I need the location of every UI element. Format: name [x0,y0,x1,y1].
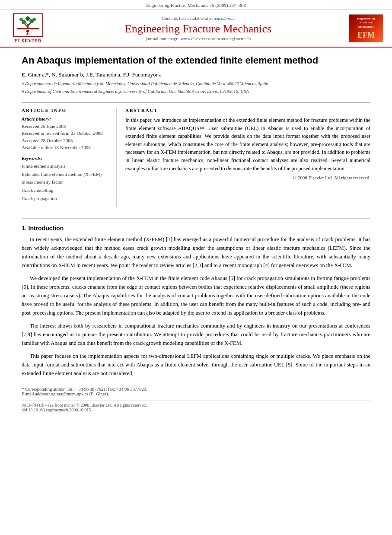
journal-thumbnail: EngineeringFractureMechanics EFM [349,14,383,42]
keywords-label: Keywords: [22,156,110,161]
footnotes: * Corresponding author. Tel.: +34 96 387… [22,384,370,396]
article-info-abstract: ARTICLE INFO Article history: Received 2… [22,102,370,212]
authors: E. Giner a,*, N. Sukumar b, J.E. Tarancó… [22,71,370,78]
elsevier-logo: ELSEVIER [9,13,48,43]
intro-para2: We developed the present implementation … [22,274,370,317]
article-history: Article history: Received 25 June 2008 R… [22,116,110,151]
keyword-item: Finite element analysis [22,162,110,170]
main-content: An Abaqus implementation of the extended… [0,48,392,421]
email-address: E-mail address: eginer@mcm.upv.es (E. Gi… [22,392,370,396]
svg-point-10 [25,16,30,21]
issn-line: 0013-7944/$ – see front matter © 2008 El… [22,403,370,408]
footer-info: 0013-7944/$ – see front matter © 2008 El… [22,401,370,412]
journal-title: Engineering Fracture Mechanics [48,22,349,35]
journal-citation: Engineering Fracture Mechanics 76 (2009)… [0,0,392,10]
journal-homepage: journal homepage: www.elsevier.com/locat… [48,36,349,41]
introduction-heading: 1. Introduction [22,225,370,232]
intro-para1: In recent years, the extended finite ele… [22,235,370,270]
section-number: 1. Introduction [22,225,64,232]
article-info-column: ARTICLE INFO Article history: Received 2… [22,108,117,207]
keyword-item: Crack propagation [22,194,110,203]
journal-center: Contents lists available at ScienceDirec… [48,16,349,41]
corresponding-author: * Corresponding author. Tel.: +34 96 387… [22,387,370,392]
copyright-line: © 2008 Elsevier Ltd. All rights reserved… [125,175,370,180]
elsevier-logo-box [13,13,43,37]
doi-line: doi:10.1016/j.engfracmech.2008.10.015 [22,408,370,412]
keyword-item: Extended finite element method (X-FEM) [22,170,110,178]
keywords-block: Keywords: Finite element analysisExtende… [22,156,110,202]
svg-point-9 [32,18,36,21]
abstract-text: In this paper, we introduce an implement… [125,116,370,172]
revised-date: Received in revised form 23 October 2008 [22,130,110,137]
abstract-label: ABSTRACT [125,108,370,113]
received-date: Received 25 June 2008 [22,123,110,130]
affiliation-b: b Department of Civil and Environmental … [22,89,370,95]
article-info-label: ARTICLE INFO [22,108,110,113]
accepted-date: Accepted 28 October 2008 [22,137,110,144]
sciencedirect-link[interactable]: ScienceDirect [209,16,235,21]
keyword-item: Crack modelling [22,186,110,194]
elsevier-wordmark: ELSEVIER [14,38,42,43]
keyword-item: Stress intensity factor [22,178,110,186]
svg-point-8 [19,18,23,21]
affiliation-a: a Departamento de Ingeniería Mecánica y … [22,81,370,87]
journal-header: ELSEVIER Contents lists available at Sci… [0,10,392,48]
intro-para3: The interest shown both by researchers i… [22,322,370,347]
intro-para4: This paper focuses on the implementation… [22,352,370,378]
available-date: Available online 13 November 2008 [22,144,110,151]
article-title: An Abaqus implementation of the extended… [22,54,370,67]
abstract-column: ABSTRACT In this paper, we introduce an … [125,108,370,207]
sciencedirect-line: Contents lists available at ScienceDirec… [48,16,349,21]
svg-point-11 [26,30,29,32]
history-label: Article history: [22,116,110,121]
section-divider [22,218,370,219]
keywords-list: Finite element analysisExtended finite e… [22,162,110,202]
